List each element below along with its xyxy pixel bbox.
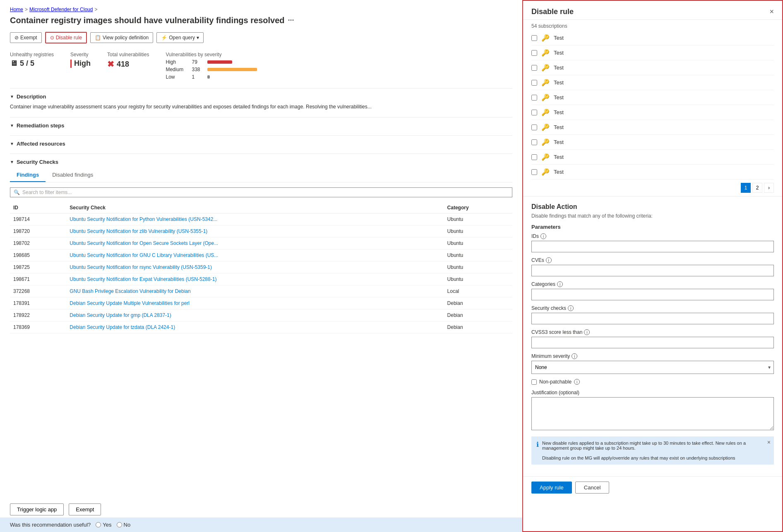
subscription-name: Test	[554, 50, 774, 56]
cvss3-info-icon[interactable]: i	[584, 329, 590, 335]
error-icon: ✖	[107, 59, 114, 69]
key-icon: 🔑	[541, 108, 550, 116]
high-bar	[207, 60, 232, 64]
disable-rule-button[interactable]: ⊙ Disable rule	[45, 32, 87, 43]
page-next-button[interactable]: ›	[764, 183, 774, 193]
feedback-bar: Was this recommendation useful? Yes No	[0, 518, 522, 532]
subscription-checkbox-7[interactable]	[531, 139, 537, 145]
medium-bar	[207, 68, 257, 71]
justification-label: Justification (optional)	[531, 390, 774, 395]
affected-chevron-icon: ▼	[10, 141, 14, 146]
medium-vuln-row: Medium 338	[166, 67, 257, 72]
close-button[interactable]: ×	[769, 7, 774, 16]
col-category: Category	[444, 202, 512, 213]
min-severity-select-wrapper: None Low Medium High Critical ▾	[531, 361, 774, 374]
feedback-no-radio[interactable]	[117, 522, 122, 527]
table-row: 178391 Debian Security Update Multiple V…	[10, 297, 512, 309]
panel-header: Disable rule ×	[523, 1, 782, 20]
subscription-name: Test	[554, 35, 774, 41]
non-patchable-info-icon[interactable]: i	[574, 379, 580, 385]
query-icon: ⚡	[161, 35, 167, 41]
subscription-item: 🔑 Test	[531, 90, 774, 105]
cves-info-icon[interactable]: i	[546, 257, 552, 263]
security-checks-input[interactable]	[531, 313, 774, 324]
medium-label: Medium	[166, 67, 188, 72]
categories-field-group: Categories i	[531, 281, 774, 300]
exempt-button[interactable]: ⊘ Exempt	[10, 32, 42, 43]
subscription-checkbox-1[interactable]	[531, 50, 537, 56]
open-query-button[interactable]: ⚡ Open query ▾	[156, 32, 204, 43]
categories-input[interactable]	[531, 289, 774, 300]
remediation-title: Remediation steps	[17, 122, 65, 129]
feedback-yes-radio[interactable]	[96, 522, 101, 527]
subscription-item: 🔑 Test	[531, 46, 774, 60]
non-patchable-checkbox[interactable]	[531, 379, 537, 385]
feedback-no-option[interactable]: No	[117, 522, 131, 528]
feedback-yes-option[interactable]: Yes	[96, 522, 111, 528]
search-box[interactable]: 🔍 Search to filter items...	[10, 187, 512, 197]
exempt-bottom-button[interactable]: Exempt	[69, 503, 101, 515]
col-id: ID	[10, 202, 66, 213]
ids-input[interactable]	[531, 241, 774, 252]
disable-rule-panel: Disable rule × 54 subscriptions 🔑 Test 🔑…	[522, 0, 783, 532]
subscription-name: Test	[554, 139, 774, 145]
cell-id: 178369	[10, 321, 66, 333]
justification-field-group: Justification (optional)	[531, 390, 774, 431]
subscription-checkbox-2[interactable]	[531, 65, 537, 71]
categories-label: Categories i	[531, 281, 774, 287]
cell-id: 198671	[10, 273, 66, 285]
justification-textarea[interactable]	[531, 397, 774, 430]
table-row: 178922 Debian Security Update for gmp (D…	[10, 309, 512, 321]
security-checks-field-group: Security checks i	[531, 305, 774, 324]
subscription-checkbox-3[interactable]	[531, 80, 537, 86]
subscription-checkbox-6[interactable]	[531, 125, 537, 130]
remediation-header[interactable]: ▼ Remediation steps	[10, 122, 512, 129]
min-severity-select[interactable]: None Low Medium High Critical	[531, 361, 774, 374]
cell-category: Ubuntu	[444, 261, 512, 273]
more-options-icon[interactable]: ···	[288, 16, 294, 25]
subscriptions-label: 54 subscriptions	[523, 20, 782, 31]
categories-info-icon[interactable]: i	[557, 281, 563, 287]
apply-rule-button[interactable]: Apply rule	[531, 482, 572, 494]
subscription-checkbox-8[interactable]	[531, 154, 537, 160]
severity-value: High	[70, 59, 91, 68]
subscription-list: 🔑 Test 🔑 Test 🔑 Test 🔑 Test 🔑 Test 🔑 Tes…	[523, 31, 782, 180]
affected-resources-header[interactable]: ▼ Affected resources	[10, 141, 512, 147]
subscription-checkbox-0[interactable]	[531, 35, 537, 41]
trigger-logic-app-button[interactable]: Trigger logic app	[10, 503, 64, 515]
description-header[interactable]: ▼ Description	[10, 93, 512, 100]
ids-info-icon[interactable]: i	[540, 233, 546, 239]
info-banner-close-button[interactable]: ×	[767, 439, 771, 446]
high-count: 79	[192, 59, 204, 65]
low-count: 1	[192, 74, 204, 80]
security-checks-section: ▼ Security Checks Findings Disabled find…	[10, 153, 512, 333]
security-checks-info-icon[interactable]: i	[568, 305, 574, 311]
unhealthy-registries-label: Unhealthy registries	[10, 52, 54, 58]
page-2-button[interactable]: 2	[752, 183, 762, 193]
affected-resources-section: ▼ Affected resources	[10, 135, 512, 147]
subscription-checkbox-9[interactable]	[531, 169, 537, 175]
breadcrumb-home[interactable]: Home	[10, 7, 23, 12]
security-checks-header[interactable]: ▼ Security Checks	[10, 159, 512, 165]
tab-findings[interactable]: Findings	[10, 168, 46, 182]
cves-input[interactable]	[531, 265, 774, 276]
subscription-checkbox-4[interactable]	[531, 95, 537, 101]
tab-disabled-findings[interactable]: Disabled findings	[46, 168, 100, 182]
breadcrumb-product[interactable]: Microsoft Defender for Cloud	[29, 7, 93, 12]
subscription-checkbox-5[interactable]	[531, 110, 537, 115]
cvss3-input[interactable]	[531, 337, 774, 348]
ids-label: IDs i	[531, 233, 774, 239]
view-policy-button[interactable]: 📋 View policy definition	[90, 32, 153, 43]
disable-action-title: Disable Action	[531, 203, 774, 211]
feedback-no-label: No	[124, 522, 131, 528]
parameters-label: Parameters	[531, 224, 774, 230]
page-1-button[interactable]: 1	[741, 183, 751, 193]
min-severity-info-icon[interactable]: i	[572, 353, 577, 359]
min-severity-label: Minimum severity i	[531, 353, 774, 359]
cell-category: Ubuntu	[444, 213, 512, 225]
feedback-yes-label: Yes	[103, 522, 111, 528]
total-vuln-value: ✖ 418	[107, 59, 149, 69]
table-row: 198714 Ubuntu Security Notification for …	[10, 213, 512, 225]
key-icon: 🔑	[541, 168, 550, 176]
cancel-button[interactable]: Cancel	[575, 482, 609, 494]
